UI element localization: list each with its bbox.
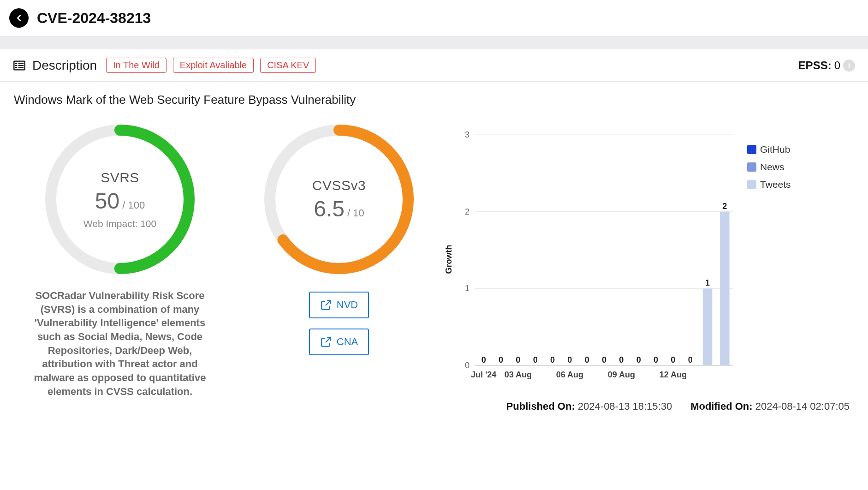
legend-item[interactable]: News xyxy=(747,161,791,173)
external-link-icon xyxy=(320,299,332,311)
external-link-icon xyxy=(320,336,332,348)
svg-text:0: 0 xyxy=(619,355,624,365)
legend-label: GitHub xyxy=(760,144,790,155)
page-title: CVE-2024-38213 xyxy=(37,10,151,27)
svg-text:1: 1 xyxy=(705,278,710,287)
svg-text:0: 0 xyxy=(499,355,503,365)
chart-ylabel: Growth xyxy=(444,245,454,274)
svg-text:0: 0 xyxy=(636,355,641,365)
cvss-gauge: CVSSv3 6.5 / 10 xyxy=(261,121,417,278)
svrs-description: SOCRadar Vulnerability Risk Score (SVRS)… xyxy=(23,289,217,399)
svg-text:Jul '24: Jul '24 xyxy=(471,370,496,379)
list-icon xyxy=(13,59,26,72)
svg-text:0: 0 xyxy=(465,361,470,370)
svrs-gauge: SVRS 50 / 100 Web Impact: 100 xyxy=(42,121,198,278)
cna-link-button[interactable]: CNA xyxy=(309,329,369,355)
svg-text:0: 0 xyxy=(533,355,538,365)
svg-rect-5 xyxy=(15,67,18,68)
growth-chart: Growth 01230Jul '240003 Aug00006 Aug0000… xyxy=(452,130,738,388)
svg-rect-4 xyxy=(18,65,24,66)
svg-text:03 Aug: 03 Aug xyxy=(505,370,532,379)
svg-text:06 Aug: 06 Aug xyxy=(556,370,583,379)
svg-text:12 Aug: 12 Aug xyxy=(660,370,687,379)
badge-exploit-available: Exploit Avaliable xyxy=(173,58,254,73)
info-icon[interactable]: i xyxy=(843,60,855,72)
svg-text:0: 0 xyxy=(516,355,520,365)
svrs-title: SVRS xyxy=(101,170,139,185)
epss-value: 0 xyxy=(834,59,840,72)
modified-value: 2024-08-14 02:07:05 xyxy=(755,400,850,412)
cvss-max: / 10 xyxy=(347,207,364,219)
svrs-sub: Web Impact: 100 xyxy=(83,218,156,229)
svg-rect-39 xyxy=(720,212,730,365)
svg-text:0: 0 xyxy=(482,355,486,365)
badge-cisa-kev: CISA KEV xyxy=(260,58,316,73)
chart-legend: GitHubNewsTweets xyxy=(747,144,791,190)
svg-text:0: 0 xyxy=(671,355,675,365)
arrow-left-icon xyxy=(14,13,24,23)
svg-rect-1 xyxy=(15,63,18,64)
svg-rect-2 xyxy=(18,63,24,64)
svg-text:0: 0 xyxy=(688,355,693,365)
svg-rect-3 xyxy=(15,65,18,66)
gray-separator xyxy=(0,36,868,49)
svg-text:0: 0 xyxy=(585,355,589,365)
svg-text:0: 0 xyxy=(550,355,555,365)
svg-rect-6 xyxy=(18,67,24,68)
svg-text:0: 0 xyxy=(567,355,572,365)
description-text: Windows Mark of the Web Security Feature… xyxy=(0,82,868,112)
cna-link-label: CNA xyxy=(337,336,358,348)
legend-label: News xyxy=(760,161,785,173)
svg-text:2: 2 xyxy=(722,202,727,211)
svg-text:0: 0 xyxy=(602,355,606,365)
legend-item[interactable]: GitHub xyxy=(747,144,791,155)
svg-text:2: 2 xyxy=(465,207,470,216)
svg-text:3: 3 xyxy=(465,130,470,139)
modified-label: Modified On: xyxy=(690,400,752,412)
svg-text:09 Aug: 09 Aug xyxy=(608,370,635,379)
legend-swatch xyxy=(747,180,756,189)
cvss-title: CVSSv3 xyxy=(312,178,366,193)
cvss-value: 6.5 xyxy=(314,196,345,221)
section-title: Description xyxy=(32,58,97,73)
nvd-link-label: NVD xyxy=(337,299,358,311)
legend-swatch xyxy=(747,162,756,172)
svg-text:1: 1 xyxy=(465,284,470,293)
svg-rect-37 xyxy=(703,288,713,365)
legend-label: Tweets xyxy=(760,179,791,190)
published-label: Published On: xyxy=(506,400,575,412)
badge-in-the-wild: In The Wild xyxy=(106,58,166,73)
published-value: 2024-08-13 18:15:30 xyxy=(578,400,672,412)
svrs-max: / 100 xyxy=(122,199,145,211)
epss-label: EPSS: xyxy=(798,59,832,72)
svg-text:0: 0 xyxy=(654,355,658,365)
svrs-value: 50 xyxy=(95,188,119,214)
nvd-link-button[interactable]: NVD xyxy=(309,292,369,318)
back-button[interactable] xyxy=(9,8,29,28)
legend-item[interactable]: Tweets xyxy=(747,179,791,190)
legend-swatch xyxy=(747,145,756,154)
